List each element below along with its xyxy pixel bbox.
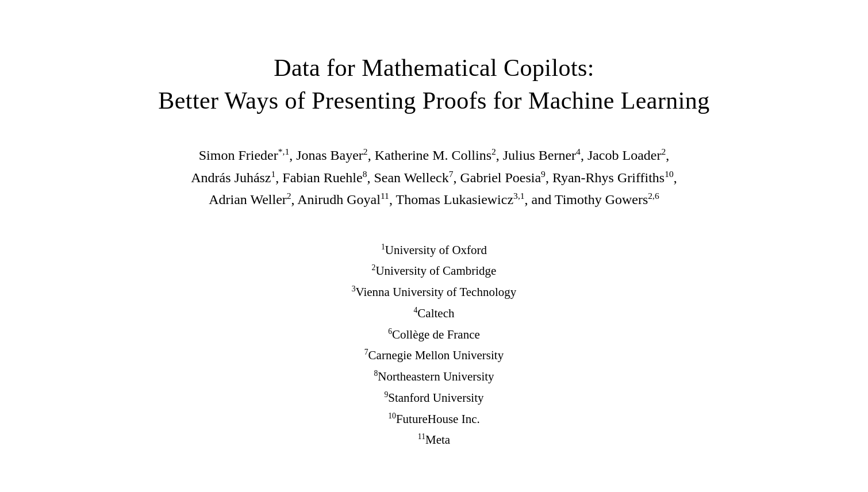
authors-line2: András Juhász1, Fabian Ruehle8, Sean Wel… (191, 170, 677, 185)
affiliation-9: 9Stanford University (352, 387, 517, 409)
affiliation-3: 3Vienna University of Technology (352, 282, 517, 303)
authors-line3: Adrian Weller2, Anirudh Goyal11, Thomas … (209, 192, 659, 207)
affiliation-8: 8Northeastern University (352, 366, 517, 387)
title-line2: Better Ways of Presenting Proofs for Mac… (158, 87, 709, 114)
page-container: Data for Mathematical Copilots: Better W… (46, 34, 822, 451)
affiliation-11: 11Meta (352, 429, 517, 451)
authors-text: Simon Frieder*,1, Jonas Bayer2, Katherin… (46, 144, 822, 210)
affiliation-4: 4Caltech (352, 303, 517, 324)
title-line1: Data for Mathematical Copilots: (274, 55, 594, 81)
paper-title: Data for Mathematical Copilots: Better W… (158, 52, 709, 117)
affiliation-10: 10FutureHouse Inc. (352, 409, 517, 430)
title-section: Data for Mathematical Copilots: Better W… (158, 52, 709, 117)
affiliation-7: 7Carnegie Mellon University (352, 345, 517, 366)
affiliation-6: 6Collège de France (352, 324, 517, 345)
authors-section: Simon Frieder*,1, Jonas Bayer2, Katherin… (46, 144, 822, 210)
affiliation-2: 2University of Cambridge (352, 260, 517, 282)
authors-line1: Simon Frieder*,1, Jonas Bayer2, Katherin… (199, 148, 670, 163)
affiliation-1: 1University of Oxford (352, 240, 517, 261)
affiliations-section: 1University of Oxford 2University of Cam… (352, 240, 517, 451)
